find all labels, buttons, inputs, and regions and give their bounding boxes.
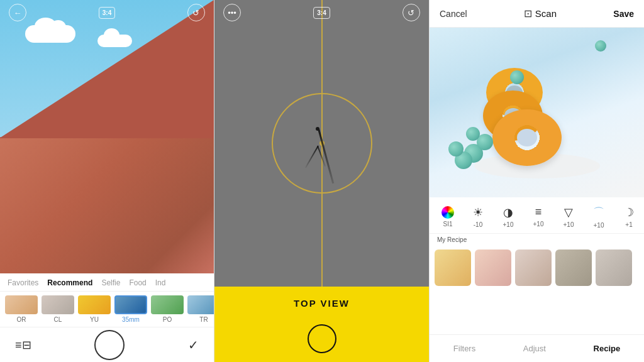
scan-button[interactable]: ⊡ Scan [524, 8, 557, 19]
filter-label-or: OR [17, 316, 26, 323]
recipe-item-3[interactable] [515, 250, 552, 286]
ratio-selector-p2[interactable]: 3:4 [313, 7, 330, 19]
tab-filters[interactable]: Filters [443, 339, 486, 358]
panel1-bottom-controls: ≡⊟ ✓ [0, 327, 214, 362]
filter-item-or[interactable]: OR [5, 295, 38, 323]
filter-label-yu: YU [90, 316, 99, 323]
recipe-thumb-2 [475, 250, 511, 286]
back-button[interactable]: ← [9, 4, 26, 21]
person-aerial [316, 127, 319, 131]
tool-si1[interactable]: SI1 [436, 206, 460, 228]
tools-row: SI1 ☀ -10 ◑ +10 ≡ +10 ▽ +10 ⌒ +10 ☽ +1 •… [430, 197, 644, 234]
filter-item-yu[interactable]: YU [78, 295, 111, 323]
panel3-topbar: Cancel ⊡ Scan Save [430, 0, 644, 28]
recipe-item-1[interactable] [435, 250, 471, 286]
aerial-photo [214, 0, 429, 287]
moon-icon: ☽ [624, 206, 634, 219]
tool-label-lines: +10 [533, 221, 544, 228]
recipe-row [430, 244, 644, 291]
wall-background [0, 137, 214, 274]
top-view-label: TOP VIEW [294, 298, 350, 309]
tool-label-si1: SI1 [443, 221, 452, 228]
filter-item-tr[interactable]: TR [187, 295, 214, 323]
shutter-button[interactable] [94, 330, 125, 360]
my-recipe-header: My Recipe [430, 234, 644, 244]
tool-brightness[interactable]: ☀ -10 [466, 206, 490, 228]
panel1-topbar: ← 3:4 ↺ [0, 0, 214, 25]
donut-main [492, 109, 562, 166]
tool-triangle[interactable]: ▽ +10 [557, 206, 580, 228]
filter-label-tr: TR [199, 316, 208, 323]
recipe-item-5[interactable] [596, 250, 632, 286]
ball-5 [448, 141, 464, 156]
tab-ind[interactable]: Ind [155, 278, 166, 287]
triangle-icon: ▽ [564, 206, 573, 219]
filter-label-po: PO [163, 316, 172, 323]
shutter-ring[interactable] [308, 324, 336, 353]
tool-label-triangle: +10 [564, 221, 574, 228]
tab-selfie[interactable]: Selfie [101, 278, 120, 287]
flip-button[interactable]: ↺ [402, 4, 420, 21]
tab-recipe[interactable]: Recipe [584, 339, 631, 358]
refresh-button[interactable]: ↺ [187, 4, 205, 21]
recipe-item-2[interactable] [475, 250, 511, 286]
recipe-thumb-1 [435, 250, 471, 286]
rainbow-icon: ⌒ [593, 205, 604, 220]
recipe-thumb-5 [596, 250, 632, 286]
ball-3 [466, 127, 480, 141]
ratio-selector[interactable]: 3:4 [99, 7, 115, 19]
tab-favorites[interactable]: Favorites [8, 278, 38, 287]
filter-item-35mm[interactable]: 35mm [114, 295, 147, 323]
tab-adjust[interactable]: Adjust [513, 339, 556, 358]
tune-icon[interactable]: ≡⊟ [15, 338, 31, 352]
filter-label-35mm: 35mm [122, 316, 140, 323]
confirm-icon[interactable]: ✓ [188, 337, 199, 353]
tab-food[interactable]: Food [129, 278, 146, 287]
scan-label: Scan [535, 8, 557, 19]
panel2-topbar: ••• 3:4 ↺ [214, 0, 429, 25]
tool-rainbow[interactable]: ⌒ +10 [587, 205, 611, 229]
ball-6 [595, 40, 606, 52]
filter-item-cl[interactable]: CL [42, 295, 74, 323]
tool-label-moon: +1 [625, 221, 632, 228]
filter-thumbnails: OR CL YU 35mm PO TR [0, 292, 214, 327]
contrast-icon: ◑ [503, 206, 513, 219]
recipe-item-4[interactable] [555, 250, 592, 286]
tool-label-brightness: -10 [474, 221, 482, 228]
yellow-section: TOP VIEW [214, 287, 429, 362]
filter-preview-po [151, 295, 184, 314]
filter-item-po[interactable]: PO [151, 295, 184, 323]
filter-preview-tr [187, 295, 214, 314]
recipe-thumb-3 [515, 250, 552, 286]
ball-on-top [510, 70, 524, 84]
filter-tabs: Favorites Recommend Selfie Food Ind [0, 273, 214, 292]
tool-label-contrast: +10 [503, 221, 514, 228]
color-wheel-icon [441, 206, 454, 219]
save-button[interactable]: Save [613, 9, 634, 19]
scan-icon: ⊡ [524, 8, 532, 19]
panel-camera-aerial: ••• 3:4 ↺ TOP VIEW [214, 0, 430, 362]
bottom-tabs: Filters Adjust Recipe [430, 334, 644, 362]
filter-preview-or [5, 295, 38, 314]
brightness-icon: ☀ [473, 206, 483, 219]
filter-preview-35mm [114, 295, 147, 314]
cancel-button[interactable]: Cancel [440, 9, 467, 19]
donut-photo [430, 28, 644, 197]
recipe-thumb-4 [555, 250, 592, 286]
tool-moon[interactable]: ☽ +1 [617, 206, 641, 228]
filter-bar: Favorites Recommend Selfie Food Ind OR C… [0, 273, 214, 362]
lines-icon: ≡ [535, 206, 542, 219]
filter-preview-yu [78, 295, 111, 314]
tab-recommend[interactable]: Recommend [47, 278, 92, 287]
my-recipe-label: My Recipe [437, 236, 467, 243]
filter-label-cl: CL [54, 316, 62, 323]
filter-preview-cl [42, 295, 74, 314]
panel-camera-filter: ← 3:4 ↺ Favorites Recommend Selfie Food … [0, 0, 214, 362]
tool-label-rainbow: +10 [594, 222, 604, 229]
camera-photo [0, 0, 214, 273]
panel-edit: Cancel ⊡ Scan Save SI1 ☀ -10 [430, 0, 644, 362]
tool-lines[interactable]: ≡ +10 [526, 206, 550, 228]
more-options-button[interactable]: ••• [223, 4, 241, 21]
tool-contrast[interactable]: ◑ +10 [496, 206, 520, 228]
